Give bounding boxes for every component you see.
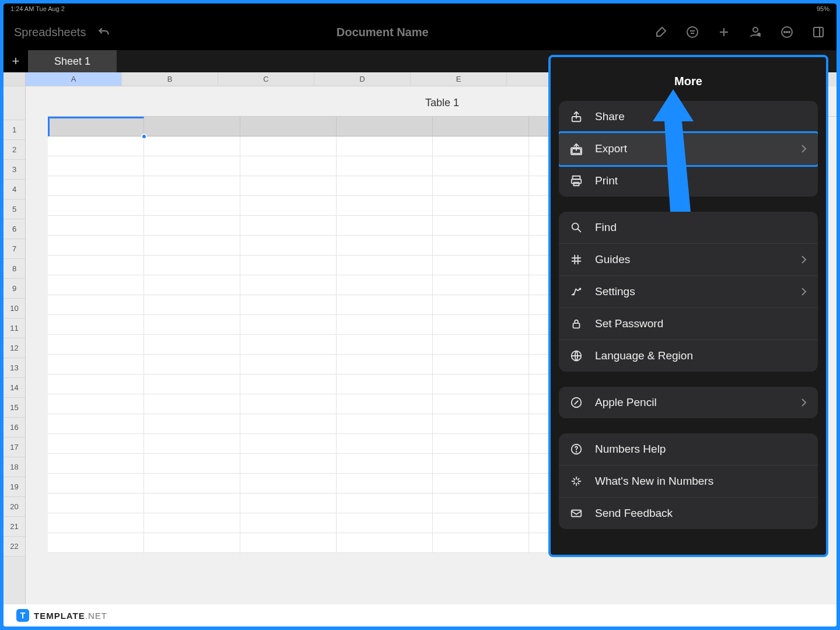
cell[interactable]	[48, 335, 144, 355]
cell[interactable]	[433, 355, 529, 374]
cell[interactable]	[337, 355, 433, 374]
cell[interactable]	[144, 275, 240, 295]
cell[interactable]	[48, 196, 144, 216]
cell[interactable]	[144, 335, 240, 355]
cell[interactable]	[433, 295, 529, 315]
cell[interactable]	[48, 494, 144, 513]
cell[interactable]	[433, 374, 529, 394]
cell[interactable]	[48, 275, 144, 295]
cell[interactable]	[48, 513, 144, 533]
cell[interactable]	[48, 355, 144, 374]
cell[interactable]	[144, 136, 240, 156]
cell[interactable]	[337, 117, 433, 136]
row-header[interactable]: 20	[4, 497, 25, 517]
row-header[interactable]: 16	[4, 418, 25, 438]
sheet-tab-active[interactable]: Sheet 1	[28, 50, 117, 72]
cell[interactable]	[144, 414, 240, 434]
cell[interactable]	[337, 434, 433, 454]
cell[interactable]	[240, 275, 337, 295]
row-header[interactable]: 11	[4, 318, 25, 338]
cell[interactable]	[144, 513, 240, 533]
cell[interactable]	[48, 136, 144, 156]
cell[interactable]	[144, 474, 240, 494]
row-header[interactable]: 12	[4, 338, 25, 358]
cell[interactable]	[48, 474, 144, 494]
corner-cell[interactable]	[4, 72, 25, 86]
row-header[interactable]: 17	[4, 438, 25, 457]
cell[interactable]	[433, 236, 529, 256]
cell[interactable]	[144, 295, 240, 315]
document-title[interactable]: Document Name	[337, 26, 429, 39]
collaborate-icon[interactable]	[748, 24, 763, 40]
cell[interactable]	[240, 156, 337, 176]
cell[interactable]	[48, 176, 144, 196]
cell[interactable]	[433, 533, 529, 553]
cell[interactable]	[240, 256, 337, 275]
cell[interactable]	[240, 434, 337, 454]
add-sheet-button[interactable]: +	[4, 50, 28, 72]
cell[interactable]	[240, 315, 337, 335]
cell[interactable]	[337, 256, 433, 275]
cell[interactable]	[433, 454, 529, 474]
sidebar-icon[interactable]	[811, 24, 826, 40]
menu-item-whatsnew[interactable]: What's New in Numbers	[559, 466, 818, 498]
cell[interactable]	[337, 533, 433, 553]
cell[interactable]	[144, 394, 240, 414]
more-icon[interactable]	[779, 24, 794, 40]
cell[interactable]	[144, 117, 240, 136]
cell[interactable]	[240, 494, 337, 513]
brush-icon[interactable]	[653, 24, 668, 40]
cell[interactable]	[48, 315, 144, 335]
cell[interactable]	[48, 236, 144, 256]
cell[interactable]	[144, 216, 240, 236]
undo-icon[interactable]	[96, 24, 111, 40]
row-header[interactable]: 13	[4, 358, 25, 378]
row-header[interactable]: 5	[4, 200, 25, 219]
cell[interactable]	[144, 196, 240, 216]
cell[interactable]	[48, 156, 144, 176]
cell[interactable]	[337, 196, 433, 216]
cell[interactable]	[144, 236, 240, 256]
cell[interactable]	[144, 156, 240, 176]
cell[interactable]	[48, 454, 144, 474]
row-header[interactable]: 22	[4, 537, 25, 556]
cell[interactable]	[337, 454, 433, 474]
filter-icon[interactable]	[685, 24, 700, 40]
cell[interactable]	[433, 156, 529, 176]
cell[interactable]	[337, 394, 433, 414]
cell[interactable]	[337, 136, 433, 156]
column-header[interactable]: E	[411, 72, 507, 86]
cell[interactable]	[433, 256, 529, 275]
cell[interactable]	[240, 513, 337, 533]
cell[interactable]	[337, 414, 433, 434]
cell[interactable]	[144, 256, 240, 275]
menu-item-help[interactable]: Numbers Help	[559, 433, 818, 466]
row-header[interactable]: 3	[4, 160, 25, 180]
cell[interactable]	[144, 533, 240, 553]
cell[interactable]	[337, 474, 433, 494]
column-header[interactable]: D	[314, 72, 411, 86]
row-header[interactable]: 21	[4, 517, 25, 537]
row-header[interactable]: 15	[4, 398, 25, 418]
cell[interactable]	[240, 335, 337, 355]
plus-icon[interactable]	[716, 24, 732, 40]
cell[interactable]	[144, 355, 240, 374]
row-header[interactable]: 8	[4, 259, 25, 279]
row-header[interactable]: 10	[4, 299, 25, 318]
cell[interactable]	[433, 176, 529, 196]
cell[interactable]	[240, 196, 337, 216]
cell[interactable]	[433, 275, 529, 295]
row-header[interactable]: 4	[4, 180, 25, 200]
cell[interactable]	[48, 295, 144, 315]
menu-item-lang[interactable]: Language & Region	[559, 340, 818, 372]
cell[interactable]	[240, 117, 337, 136]
row-header[interactable]: 14	[4, 378, 25, 398]
cell[interactable]	[240, 236, 337, 256]
row-header[interactable]: 19	[4, 477, 25, 497]
cell[interactable]	[48, 533, 144, 553]
cell[interactable]	[433, 414, 529, 434]
cell[interactable]	[433, 136, 529, 156]
cell[interactable]	[337, 236, 433, 256]
cell[interactable]	[433, 434, 529, 454]
cell[interactable]	[433, 117, 529, 136]
